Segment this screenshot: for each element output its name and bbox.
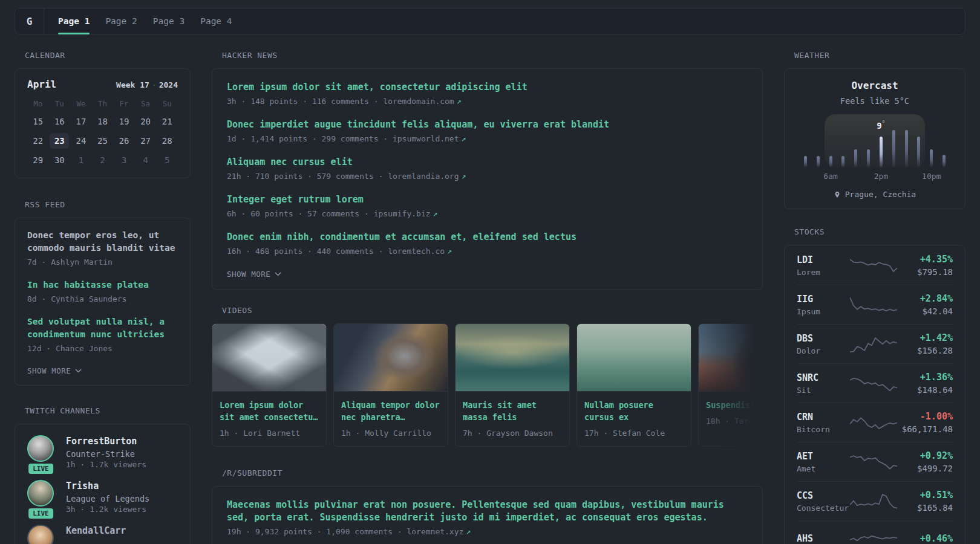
channel-name-link[interactable]: KendallCarr (66, 525, 126, 537)
video-meta: 17h · Stefan Cole (584, 429, 684, 438)
channel-info: ForrestBurton Counter-Strike 1h · 1.7k v… (66, 435, 146, 469)
hackernews-show-more-button[interactable]: SHOW MORE (227, 268, 281, 280)
external-link-icon: ↗ (459, 172, 466, 181)
channel-name-link[interactable]: Trisha (66, 480, 149, 492)
stock-values: +1.36% $148.64 (897, 371, 953, 395)
weather-bar-column (912, 114, 925, 167)
weekday-label: We (70, 99, 92, 108)
rss-show-more-button[interactable]: SHOW MORE (27, 365, 82, 377)
stock-symbol: AHS (797, 533, 850, 544)
story-link[interactable]: Donec imperdiet augue tincidunt felis al… (227, 118, 748, 131)
stock-change: +1.42% (897, 332, 953, 344)
calendar-day: 19 (114, 114, 134, 129)
story-domain-link[interactable]: ipsumworld.net (393, 134, 459, 143)
video-thumbnail[interactable] (577, 324, 691, 392)
stocks-list: LDI Lorem +4.35% $795.18 IIG Ipsum +2.84… (797, 246, 953, 544)
twitch-channel-row[interactable]: KendallCarr (27, 525, 178, 544)
channel-avatar (27, 480, 54, 507)
stock-row[interactable]: CCS Consectetur +0.51% $165.84 (797, 481, 953, 520)
story-link[interactable]: Lorem ipsum dolor sit amet, consectetur … (227, 81, 748, 94)
story-meta-text: 19h · 9,932 points · 1,090 comments (227, 527, 393, 536)
video-card[interactable]: Mauris sit amet massa felis 7h · Grayson… (455, 323, 570, 447)
tab-page-2[interactable]: Page 2 (97, 8, 145, 34)
video-title-link[interactable]: Lorem ipsum dolor sit amet consectetu… (220, 399, 319, 423)
story-link[interactable]: Integer eget rutrum lorem (227, 193, 748, 206)
twitch-channel-row[interactable]: LIVE ForrestBurton Counter-Strike 1h · 1… (27, 435, 178, 469)
hour-bar (930, 149, 933, 167)
video-card[interactable]: Aliquam tempor dolor nec pharetra… 1h · … (333, 323, 448, 447)
tab-page-3[interactable]: Page 3 (145, 8, 192, 34)
video-card[interactable]: Nullam posuere cursus ex 17h · Stefan Co… (577, 323, 691, 447)
stock-price: $42.04 (897, 306, 953, 316)
weekday-label: Fr (113, 99, 135, 108)
video-card-body: Mauris sit amet massa felis 7h · Grayson… (456, 392, 569, 446)
video-thumbnail[interactable] (456, 324, 569, 392)
video-thumbnail[interactable] (699, 324, 763, 392)
hackernews-card: Lorem ipsum dolor sit amet, consectetur … (212, 68, 763, 290)
stock-row[interactable]: DBS Dolor +1.42% $156.28 (797, 324, 953, 363)
stock-change: +0.92% (897, 450, 953, 462)
story-link[interactable]: Aliquam nec cursus elit (227, 156, 748, 169)
video-thumbnail[interactable] (212, 324, 326, 392)
story-meta-text: 3h · 148 points · 116 comments (227, 97, 369, 106)
story-domain-link[interactable]: loremnet.xyz (407, 527, 463, 536)
story-domain-link[interactable]: loremdomain.com (383, 97, 454, 106)
calendar-day: 22 (28, 133, 48, 149)
stock-row[interactable]: CRN Bitcorn -1.00% $66,171.48 (797, 403, 953, 442)
stock-values: -1.00% $66,171.48 (897, 410, 953, 434)
video-title-link[interactable]: Aliquam tempor dolor nec pharetra… (341, 399, 440, 423)
hackernews-list: Lorem ipsum dolor sit amet, consectetur … (227, 81, 748, 257)
stock-sparkline (850, 490, 897, 512)
hour-bar (829, 156, 832, 167)
app-logo[interactable]: G (15, 8, 44, 34)
weather-bar-column (938, 114, 950, 167)
video-title-link[interactable]: Nullam posuere cursus ex (584, 399, 684, 423)
twitch-section-title: TWITCH CHANNELS (25, 406, 191, 415)
weather-bar-column (825, 114, 837, 167)
video-thumbnail[interactable] (334, 324, 448, 392)
external-link-icon: ↗ (459, 134, 466, 143)
weekday-label: Th (92, 99, 114, 108)
story-link[interactable]: Donec enim nibh, condimentum et accumsan… (227, 231, 748, 244)
feed-item-link[interactable]: Sed volutpat nulla nisl, a condimentum n… (27, 316, 178, 341)
stock-name: Ipsum (797, 307, 850, 316)
stock-symbol: AET (797, 450, 850, 462)
stock-id: AHS (797, 533, 850, 544)
stock-id: LDI Lorem (797, 254, 850, 277)
video-title-link[interactable]: Mauris sit amet massa felis (463, 399, 562, 423)
video-card[interactable]: Lorem ipsum dolor sit amet consectetu… 1… (212, 323, 327, 447)
story-link[interactable]: Maecenas mollis pulvinar erat non posuer… (227, 499, 748, 524)
channel-name-link[interactable]: ForrestBurton (66, 435, 146, 447)
feed-item-link[interactable]: Donec tempor eros leo, ut commodo mauris… (27, 229, 178, 254)
calendar-card: April Week 17·2024 MoTuWeThFrSaSu 151617… (15, 68, 191, 178)
story-domain-link[interactable]: loremtech.co (388, 247, 445, 256)
video-title-link[interactable]: Suspendisse diam (706, 399, 763, 411)
stock-row[interactable]: IIG Ipsum +2.84% $42.04 (797, 285, 953, 324)
stock-price: $795.18 (897, 267, 953, 277)
stock-row[interactable]: SNRC Sit +1.36% $148.64 (797, 363, 953, 403)
stock-row[interactable]: AET Amet +0.92% $499.72 (797, 442, 953, 481)
story-meta-text: 6h · 60 points · 57 comments (227, 209, 359, 218)
stock-change: +2.84% (897, 293, 953, 305)
stock-id: AET Amet (797, 450, 850, 473)
meta-separator: · (378, 134, 392, 143)
stock-sparkline (850, 294, 897, 316)
video-meta: 18h · Tara (706, 416, 763, 426)
story-domain-link[interactable]: loremlandia.org (388, 172, 459, 181)
stock-row[interactable]: AHS +0.46% (797, 520, 953, 544)
feed-item-link[interactable]: In hac habitasse platea (27, 279, 178, 291)
weather-condition: Overcast (799, 80, 950, 91)
tab-page-4[interactable]: Page 4 (192, 8, 240, 34)
twitch-channel-row[interactable]: LIVE Trisha League of Legends 3h · 1.2k … (27, 480, 178, 514)
story-domain-link[interactable]: ipsumify.biz (374, 209, 431, 218)
tab-page-1[interactable]: Page 1 (50, 8, 97, 34)
stock-price: $165.84 (897, 503, 953, 513)
live-badge: LIVE (28, 464, 53, 474)
stock-row[interactable]: LDI Lorem +4.35% $795.18 (797, 246, 953, 285)
videos-carousel: Lorem ipsum dolor sit amet consectetu… 1… (212, 323, 763, 447)
weather-bar-column (849, 114, 862, 167)
video-card[interactable]: Suspendisse diam 18h · Tara (698, 323, 763, 447)
calendar-day-grid: 1516171819202122232425262728293012345 (27, 114, 178, 168)
external-link-icon: ↗ (463, 527, 471, 536)
weather-bar-column (812, 114, 825, 167)
